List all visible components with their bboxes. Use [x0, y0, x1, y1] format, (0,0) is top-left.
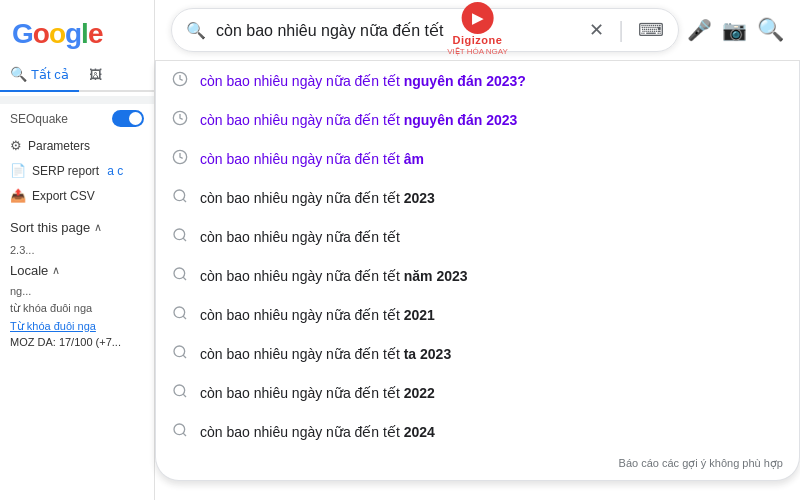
svg-line-16 [183, 433, 186, 436]
search-box[interactable]: 🔍 còn bao nhiêu ngày nữa đến tết ✕ | ⌨ [171, 8, 679, 52]
autocomplete-text-6: còn bao nhiêu ngày nữa đến tết 2021 [200, 307, 435, 323]
search-actions: 🎤 📷 🔍 [687, 17, 784, 43]
main-area: ▶ Digizone VIỆT HÓA NGAY 🔍 còn bao nhiêu… [155, 0, 800, 500]
autocomplete-text-4: còn bao nhiêu ngày nữa đến tết [200, 229, 400, 245]
svg-point-7 [174, 268, 185, 279]
autocomplete-text-3: còn bao nhiêu ngày nữa đến tết 2023 [200, 190, 435, 206]
locale-section: Locale ∧ [0, 257, 154, 284]
locale-label[interactable]: Locale ∧ [10, 263, 144, 278]
digizone-subtitle: VIỆT HÓA NGAY [447, 47, 508, 56]
autocomplete-item-5[interactable]: còn bao nhiêu ngày nữa đến tết năm 2023 [156, 256, 799, 295]
separator: | [618, 17, 624, 43]
moz-da: MOZ DA: 17/100 (+7... [0, 334, 154, 350]
locale-text: Locale [10, 263, 48, 278]
locale-arrow-icon: ∧ [52, 264, 60, 277]
search-icon [172, 227, 188, 246]
search-icon [172, 266, 188, 285]
sidebar-divider [0, 96, 154, 104]
sidebar-item-serp[interactable]: 📄 SERP report a c [0, 158, 154, 183]
digizone-text: Digizone [453, 34, 503, 47]
tab-all[interactable]: 🔍 Tất cả [0, 58, 79, 92]
svg-point-3 [174, 190, 185, 201]
parameters-label: Parameters [28, 139, 90, 153]
history-icon [172, 71, 188, 90]
sidebar: Google 🔍 Tất cả 🖼 SEOquake ⚙ Parameters … [0, 0, 155, 500]
nav-tabs: 🔍 Tất cả 🖼 [0, 58, 154, 92]
seoquake-label: SEOquake [10, 112, 68, 126]
history-icon [172, 149, 188, 168]
svg-point-11 [174, 346, 185, 357]
sidebar-item-parameters[interactable]: ⚙ Parameters [0, 133, 154, 158]
svg-point-5 [174, 229, 185, 240]
sidebar-item-export[interactable]: 📤 Export CSV [0, 183, 154, 208]
tab-images[interactable]: 🖼 [79, 59, 112, 90]
svg-line-12 [183, 355, 186, 358]
autocomplete-footer[interactable]: Báo cáo các gợi ý không phù hợp [156, 451, 799, 480]
sort-text: Sort this page [10, 220, 90, 235]
autocomplete-item-8[interactable]: còn bao nhiêu ngày nữa đến tết 2022 [156, 373, 799, 412]
autocomplete-item-2[interactable]: còn bao nhiêu ngày nữa đến tết âm [156, 139, 799, 178]
search-icon: 🔍 [10, 66, 27, 82]
autocomplete-text-2: còn bao nhiêu ngày nữa đến tết âm [200, 151, 424, 167]
search-icon [172, 344, 188, 363]
digizone-icon: ▶ [462, 2, 494, 34]
search-icon [172, 188, 188, 207]
autocomplete-item-7[interactable]: còn bao nhiêu ngày nữa đến tết ta 2023 [156, 334, 799, 373]
digizone-logo: ▶ Digizone VIỆT HÓA NGAY [447, 2, 508, 56]
lens-icon[interactable]: 📷 [722, 18, 747, 42]
tab-images-label: 🖼 [89, 67, 102, 82]
autocomplete-text-5: còn bao nhiêu ngày nữa đến tết năm 2023 [200, 268, 468, 284]
svg-line-4 [183, 199, 186, 202]
search-icon [172, 305, 188, 324]
google-logo: Google [0, 10, 154, 56]
export-icon: 📤 [10, 188, 26, 203]
svg-line-14 [183, 394, 186, 397]
svg-line-6 [183, 238, 186, 241]
history-icon [172, 110, 188, 129]
autocomplete-item-1[interactable]: còn bao nhiêu ngày nữa đến tết nguyên đá… [156, 100, 799, 139]
autocomplete-text-1: còn bao nhiêu ngày nữa đến tết nguyên đá… [200, 112, 517, 128]
autocomplete-dropdown: còn bao nhiêu ngày nữa đến tết nguyên đá… [155, 61, 800, 481]
seoquake-toggle[interactable] [112, 110, 144, 127]
clear-icon[interactable]: ✕ [589, 19, 604, 41]
export-label: Export CSV [32, 189, 95, 203]
svg-line-10 [183, 316, 186, 319]
tab-all-label: Tất cả [31, 67, 69, 82]
svg-line-8 [183, 277, 186, 280]
keyword-link[interactable]: Từ khóa đuôi nga [0, 319, 154, 334]
sort-section: Sort this page ∧ [0, 212, 154, 243]
google-search-icon[interactable]: 🔍 [757, 17, 784, 43]
svg-point-9 [174, 307, 185, 318]
sort-value: 2.3... [0, 243, 154, 257]
search-icon [172, 422, 188, 441]
autocomplete-text-8: còn bao nhiêu ngày nữa đến tết 2022 [200, 385, 435, 401]
seoquake-bar: SEOquake [0, 104, 154, 133]
svg-point-13 [174, 385, 185, 396]
search-left-icon: 🔍 [186, 21, 206, 40]
locale-value: ng... [0, 284, 154, 298]
sort-arrow-icon: ∧ [94, 221, 102, 234]
autocomplete-item-9[interactable]: còn bao nhiêu ngày nữa đến tết 2024 [156, 412, 799, 451]
autocomplete-item-3[interactable]: còn bao nhiêu ngày nữa đến tết 2023 [156, 178, 799, 217]
sort-label[interactable]: Sort this page ∧ [10, 220, 144, 235]
keyword-text: từ khóa đuôi nga [0, 298, 154, 319]
mic-icon[interactable]: 🎤 [687, 18, 712, 42]
autocomplete-item-4[interactable]: còn bao nhiêu ngày nữa đến tết [156, 217, 799, 256]
document-icon: 📄 [10, 163, 26, 178]
autocomplete-item-0[interactable]: còn bao nhiêu ngày nữa đến tết nguyên đá… [156, 61, 799, 100]
autocomplete-item-6[interactable]: còn bao nhiêu ngày nữa đến tết 2021 [156, 295, 799, 334]
autocomplete-text-7: còn bao nhiêu ngày nữa đến tết ta 2023 [200, 346, 451, 362]
keyboard-icon[interactable]: ⌨ [638, 19, 664, 41]
autocomplete-text-0: còn bao nhiêu ngày nữa đến tết nguyên đá… [200, 73, 526, 89]
serp-label: SERP report [32, 164, 99, 178]
serp-link: a c [107, 164, 123, 178]
search-input[interactable]: còn bao nhiêu ngày nữa đến tết [216, 21, 579, 40]
gear-icon: ⚙ [10, 138, 22, 153]
svg-point-15 [174, 424, 185, 435]
autocomplete-text-9: còn bao nhiêu ngày nữa đến tết 2024 [200, 424, 435, 440]
search-icon [172, 383, 188, 402]
